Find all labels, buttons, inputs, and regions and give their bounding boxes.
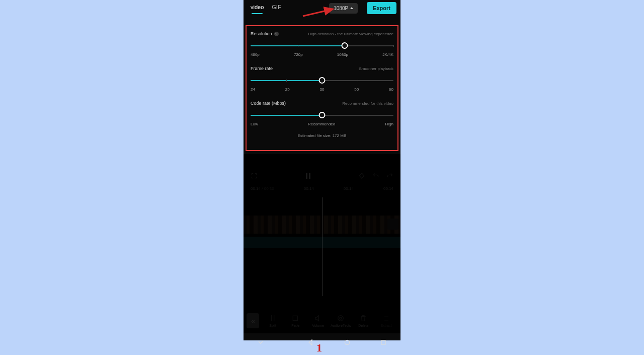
- tab-gif[interactable]: GIF: [272, 4, 281, 12]
- tool-delete[interactable]: Delete: [352, 314, 375, 327]
- help-icon[interactable]: ?: [274, 32, 279, 36]
- resolution-ticks: 480p 720p 1080p 2K/4K: [251, 52, 393, 57]
- resolution-label: Resolution: [251, 31, 272, 36]
- resolution-row-head: Resolution ? High definition - the ultim…: [251, 31, 393, 36]
- export-settings-panel: Resolution ? High definition - the ultim…: [246, 25, 398, 151]
- framerate-label: Frame rate: [251, 66, 273, 71]
- coderate-thumb[interactable]: [319, 112, 326, 118]
- framerate-ticks: 24 25 30 50 60: [251, 87, 393, 92]
- coderate-ticks: Low Recommended High: [251, 122, 393, 126]
- framerate-row-head: Frame rate Smoother playback: [251, 66, 393, 71]
- export-button[interactable]: Export: [367, 2, 396, 14]
- nav-collapse-icon[interactable]: [257, 338, 265, 346]
- tool-extract[interactable]: Extract: [375, 314, 397, 327]
- framerate-hint: Smoother playback: [359, 66, 393, 71]
- svg-point-1: [338, 316, 344, 321]
- android-nav-bar: [244, 333, 400, 351]
- tool-split[interactable]: Split: [261, 314, 284, 327]
- toolbar-back-button[interactable]: «: [247, 313, 259, 328]
- framerate-slider[interactable]: [251, 75, 393, 86]
- coderate-row-head: Code rate (Mbps) Recommended for this vi…: [251, 101, 393, 106]
- resolution-value: 1080P: [334, 6, 348, 11]
- pause-icon[interactable]: [306, 173, 310, 179]
- resolution-hint: High definition - the ultimate viewing e…: [308, 32, 393, 36]
- redo-icon[interactable]: [386, 172, 393, 179]
- nav-home-icon[interactable]: [343, 338, 351, 346]
- phone-frame: video GIF 1080P Export Resolution ? High…: [244, 0, 400, 340]
- coderate-hint: Recommended for this video: [342, 101, 393, 106]
- framerate-thumb[interactable]: [319, 77, 326, 84]
- editor-preview: 00:14 / 00:30 00:14 00:14 00:14 « Split …: [244, 154, 400, 333]
- tool-fade[interactable]: Fade: [284, 314, 307, 327]
- undo-icon[interactable]: [372, 172, 379, 179]
- resolution-slider[interactable]: [251, 40, 393, 51]
- playhead[interactable]: [322, 197, 323, 296]
- nav-back-icon[interactable]: [307, 338, 315, 346]
- tool-audio-effects[interactable]: Audio effects: [330, 314, 352, 327]
- expand-icon[interactable]: [251, 172, 258, 179]
- tool-volume[interactable]: Volume: [307, 314, 330, 327]
- svg-rect-4: [381, 340, 385, 344]
- coderate-label: Code rate (Mbps): [251, 101, 286, 106]
- coderate-slider[interactable]: [251, 110, 393, 121]
- resolution-dropdown[interactable]: 1080P: [329, 3, 358, 14]
- nav-recent-icon[interactable]: [379, 338, 387, 346]
- edit-toolbar: « Split Fade Volume Audio effects Delete: [244, 308, 400, 333]
- svg-point-2: [340, 317, 342, 319]
- svg-point-3: [345, 340, 349, 344]
- top-bar: video GIF 1080P Export: [244, 0, 400, 16]
- caret-up-icon: [350, 7, 353, 9]
- step-number: 1: [316, 341, 322, 354]
- estimated-size: Estimated file size: 172 MB: [251, 133, 393, 138]
- keyframe-icon[interactable]: [358, 172, 365, 179]
- format-tabs: video GIF: [251, 4, 281, 12]
- resolution-thumb[interactable]: [342, 42, 348, 49]
- tab-video[interactable]: video: [251, 4, 264, 12]
- svg-rect-0: [293, 316, 297, 320]
- time-ruler: 00:14 / 00:30 00:14 00:14 00:14: [244, 179, 400, 191]
